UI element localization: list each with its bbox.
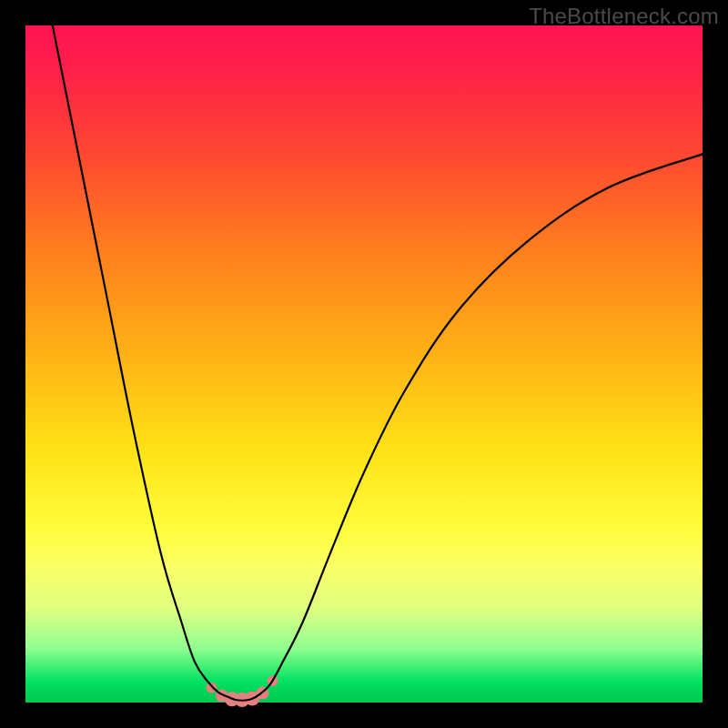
curve-layer [53,25,703,701]
series-right-branch [256,154,703,697]
chart-svg [25,25,703,703]
series-left-branch [53,25,228,697]
